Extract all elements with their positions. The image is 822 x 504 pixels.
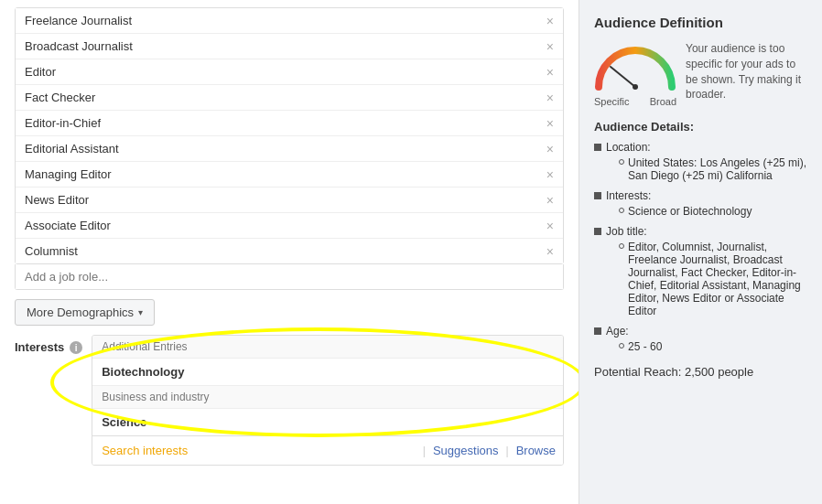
remove-icon[interactable]: × — [546, 194, 554, 207]
job-role-item: News Editor × — [16, 188, 563, 213]
right-panel: Audience Definition — [579, 0, 822, 504]
interests-section: Interests i Additional Entries Biotechno… — [0, 335, 579, 473]
location-value: United States: Los Angeles (+25 mi), San… — [628, 156, 807, 182]
audience-title: Audience Definition — [594, 15, 807, 30]
browse-link[interactable]: Browse — [509, 444, 563, 457]
age-item: Age: 25 - 60 — [594, 325, 807, 356]
job-role-item: Editorial Assistant × — [16, 136, 563, 162]
additional-entries-header: Additional Entries — [92, 336, 563, 359]
bullet-square — [594, 144, 601, 151]
interests-bold-item[interactable]: Biotechnology — [92, 359, 563, 386]
svg-line-0 — [611, 67, 635, 87]
remove-icon[interactable]: × — [546, 40, 554, 53]
interests-value: Science or Biotechnology — [628, 205, 752, 218]
job-role-label: Editor — [25, 65, 56, 79]
interests-category-header: Business and industry — [92, 386, 563, 409]
job-role-label: Broadcast Journalist — [25, 39, 133, 53]
job-role-label: News Editor — [25, 193, 89, 207]
add-job-role-input[interactable] — [16, 264, 563, 289]
bullet-circle — [619, 159, 624, 165]
remove-icon[interactable]: × — [546, 220, 554, 232]
interests-sub-list: Science or Biotechnology — [606, 205, 752, 218]
age-value: 25 - 60 — [628, 340, 662, 353]
job-role-label: Fact Checker — [25, 91, 95, 104]
potential-reach: Potential Reach: 2,500 people — [594, 365, 807, 379]
interests-bold-item[interactable]: Science — [92, 409, 563, 435]
chevron-down-icon: ▾ — [138, 307, 143, 317]
more-demographics-button[interactable]: More Demographics ▾ — [15, 299, 155, 326]
specific-label: Specific — [594, 96, 630, 107]
job-title-sub-item: Editor, Columnist, Journalist, Freelance… — [619, 241, 807, 317]
gauge-labels: Specific Broad — [594, 96, 676, 107]
interests-sub-item: Science or Biotechnology — [619, 205, 752, 218]
job-title-sub-list: Editor, Columnist, Journalist, Freelance… — [606, 241, 807, 317]
bullet-circle-2 — [619, 208, 624, 213]
location-sub-list: United States: Los Angeles (+25 mi), San… — [606, 156, 807, 182]
detail-list: Location: United States: Los Angeles (+2… — [594, 141, 807, 356]
job-title-value: Editor, Columnist, Journalist, Freelance… — [628, 241, 807, 317]
job-role-label: Associate Editor — [25, 219, 111, 232]
job-roles-list: // Render job role items Freelance Journ… — [15, 7, 564, 264]
search-interests-row: | Suggestions | Browse — [92, 435, 563, 465]
job-role-item: Editor × — [16, 59, 563, 85]
job-role-item: Freelance Journalist × — [16, 8, 563, 34]
job-role-label: Managing Editor — [25, 167, 112, 181]
more-demographics-label: More Demographics — [27, 306, 134, 319]
interests-label: Interests — [15, 338, 64, 354]
job-role-item: Associate Editor × — [16, 213, 563, 239]
location-label: Location: — [606, 141, 651, 154]
gauge-container: Specific Broad Your audience is too spec… — [594, 41, 807, 107]
interests-info-icon[interactable]: i — [70, 341, 82, 354]
location-item: Location: United States: Los Angeles (+2… — [594, 141, 807, 185]
interests-detail-label: Interests: — [606, 189, 651, 202]
remove-icon[interactable]: × — [546, 15, 554, 27]
job-role-label: Freelance Journalist — [25, 14, 132, 27]
svg-point-1 — [633, 84, 638, 90]
remove-icon[interactable]: × — [546, 117, 554, 130]
suggestions-link[interactable]: Suggestions — [426, 444, 506, 457]
interests-content: Additional Entries BiotechnologyBusiness… — [92, 335, 564, 466]
remove-icon[interactable]: × — [546, 66, 554, 79]
location-sub-item: United States: Los Angeles (+25 mi), San… — [619, 156, 807, 182]
gauge-note: Your audience is too specific for your a… — [686, 41, 807, 102]
age-sub-item: 25 - 60 — [619, 340, 662, 353]
remove-icon[interactable]: × — [546, 168, 554, 181]
job-role-label: Editor-in-Chief — [25, 116, 101, 130]
bullet-square-4 — [594, 327, 601, 335]
audience-details-title: Audience Details: — [594, 120, 807, 134]
broad-label: Broad — [650, 96, 676, 107]
remove-icon[interactable]: × — [546, 143, 554, 155]
job-role-label: Editorial Assistant — [25, 142, 119, 155]
job-role-item: Managing Editor × — [16, 162, 563, 188]
bullet-square-3 — [594, 228, 601, 235]
search-interests-input[interactable] — [92, 436, 423, 465]
age-label: Age: — [606, 325, 629, 338]
age-sub-list: 25 - 60 — [606, 340, 662, 353]
gauge-svg: Specific Broad — [594, 41, 676, 107]
bullet-circle-4 — [619, 343, 624, 349]
job-title-label: Job title: — [606, 225, 647, 238]
job-role-item: Fact Checker × — [16, 85, 563, 111]
interests-item: Interests: Science or Biotechnology — [594, 189, 807, 220]
bullet-circle-3 — [619, 243, 624, 249]
job-role-item: Columnist × — [16, 239, 563, 263]
bullet-square-2 — [594, 192, 601, 199]
remove-icon[interactable]: × — [546, 91, 554, 104]
job-role-label: Columnist — [25, 244, 78, 258]
add-job-row — [15, 264, 564, 290]
job-title-item: Job title: Editor, Columnist, Journalist… — [594, 225, 807, 320]
job-role-item: Editor-in-Chief × — [16, 111, 563, 136]
remove-icon[interactable]: × — [546, 245, 554, 258]
job-role-item: Broadcast Journalist × — [16, 34, 563, 59]
